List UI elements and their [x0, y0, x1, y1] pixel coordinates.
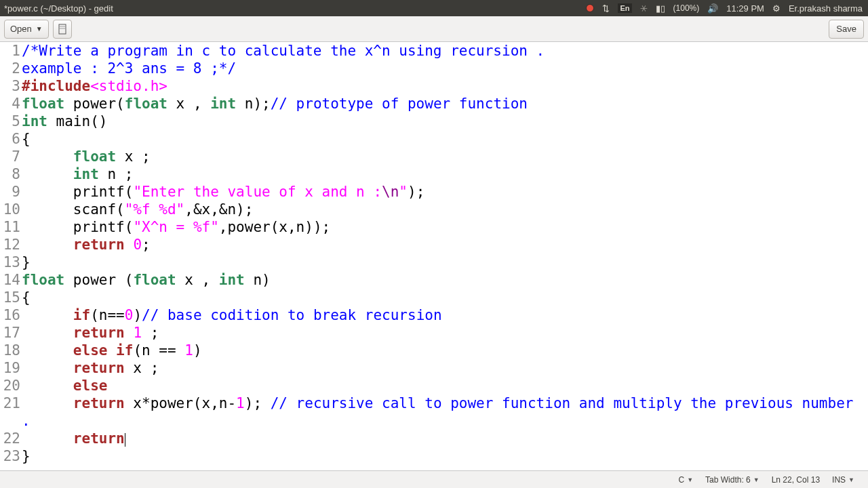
code-line: 8 int n ; — [0, 165, 868, 183]
code-line: 2example : 2^3 ans = 8 ;*/ — [0, 60, 868, 77]
code-line: 18 else if(n == 1) — [0, 342, 868, 359]
line-number: 11 — [0, 218, 22, 236]
chevron-down-icon: ▼ — [687, 476, 693, 483]
line-number: 21 — [0, 394, 22, 430]
open-button[interactable]: Open ▼ — [4, 20, 49, 39]
line-number: 6 — [0, 130, 22, 148]
line-number: 19 — [0, 359, 22, 377]
record-indicator-icon — [586, 4, 594, 12]
line-number: 3 — [0, 77, 22, 95]
new-document-button[interactable] — [53, 20, 72, 39]
line-number: 4 — [0, 95, 22, 113]
user-name[interactable]: Er.prakash sharma — [789, 3, 863, 14]
code-line: 16 if(n==0)// base codition to break rec… — [0, 306, 868, 324]
line-number: 7 — [0, 148, 22, 165]
code-line: 4float power(float x , int n);// prototy… — [0, 95, 868, 113]
code-line: 12 return 0; — [0, 236, 868, 253]
line-number: 23 — [0, 447, 22, 465]
window-title: *power.c (~/Desktop) - gedit — [0, 3, 586, 14]
line-number: 20 — [0, 377, 22, 394]
code-line: 7 float x ; — [0, 148, 868, 165]
code-line: 1/*Write a program in c to calculate the… — [0, 42, 868, 60]
open-button-label: Open — [10, 24, 32, 34]
svg-rect-0 — [59, 24, 66, 34]
code-line: 9 printf("Enter the value of x and n :\n… — [0, 183, 868, 201]
toolbar: Open ▼ Save — [0, 16, 868, 42]
code-editor[interactable]: 1/*Write a program in c to calculate the… — [0, 42, 868, 470]
line-number: 17 — [0, 324, 22, 342]
cursor-position: Ln 22, Col 13 — [772, 475, 820, 485]
line-number: 15 — [0, 289, 22, 306]
line-number: 8 — [0, 165, 22, 183]
new-document-icon — [57, 24, 68, 35]
code-line: 11 printf("X^n = %f",power(x,n)); — [0, 218, 868, 236]
text-cursor — [125, 433, 125, 447]
insert-mode[interactable]: INS▼ — [832, 475, 854, 485]
chevron-down-icon: ▼ — [848, 476, 854, 483]
code-line: 14float power (float x , int n) — [0, 271, 868, 289]
code-line: 10 scanf("%f %d",&x,&n); — [0, 201, 868, 218]
code-line: 20 else — [0, 377, 868, 394]
battery-text: (100%) — [673, 3, 700, 13]
clock[interactable]: 11:29 PM — [726, 3, 764, 14]
bluetooth-icon[interactable]: ⚹ — [640, 3, 648, 14]
code-line: 13} — [0, 253, 868, 271]
line-number: 12 — [0, 236, 22, 253]
menubar: *power.c (~/Desktop) - gedit ⇅ En ⚹ ▮▯ (… — [0, 0, 868, 16]
statusbar: C▼ Tab Width: 6▼ Ln 22, Col 13 INS▼ — [0, 470, 868, 488]
code-line: 22 return — [0, 430, 868, 447]
line-number: 2 — [0, 60, 22, 77]
line-number: 1 — [0, 42, 22, 60]
code-line: 5int main() — [0, 113, 868, 130]
line-number: 13 — [0, 253, 22, 271]
code-line: 23} — [0, 447, 868, 465]
code-line: 21 return x*power(x,n-1); // recursive c… — [0, 394, 868, 430]
code-line: 17 return 1 ; — [0, 324, 868, 342]
line-number: 22 — [0, 430, 22, 447]
line-number: 18 — [0, 342, 22, 359]
line-number: 14 — [0, 271, 22, 289]
line-number: 16 — [0, 306, 22, 324]
language-selector[interactable]: C▼ — [678, 475, 693, 485]
chevron-down-icon: ▼ — [753, 476, 760, 483]
code-line: 15{ — [0, 289, 868, 306]
code-line: 3#include<stdio.h> — [0, 77, 868, 95]
code-line: 19 return x ; — [0, 359, 868, 377]
save-button-label: Save — [836, 24, 856, 34]
sound-icon[interactable]: 🔊 — [707, 3, 718, 14]
code-line: 6{ — [0, 130, 868, 148]
line-number: 10 — [0, 201, 22, 218]
network-icon[interactable]: ⇅ — [602, 3, 610, 14]
line-number: 5 — [0, 113, 22, 130]
battery-icon[interactable]: ▮▯ — [656, 3, 665, 14]
chevron-down-icon: ▼ — [36, 25, 43, 33]
language-indicator[interactable]: En — [618, 3, 631, 13]
line-number: 9 — [0, 183, 22, 201]
save-button[interactable]: Save — [829, 20, 864, 39]
menubar-right: ⇅ En ⚹ ▮▯ (100%) 🔊 11:29 PM ⚙ Er.prakash… — [586, 3, 868, 14]
tab-width-selector[interactable]: Tab Width: 6▼ — [705, 475, 760, 485]
gear-icon[interactable]: ⚙ — [772, 3, 781, 14]
